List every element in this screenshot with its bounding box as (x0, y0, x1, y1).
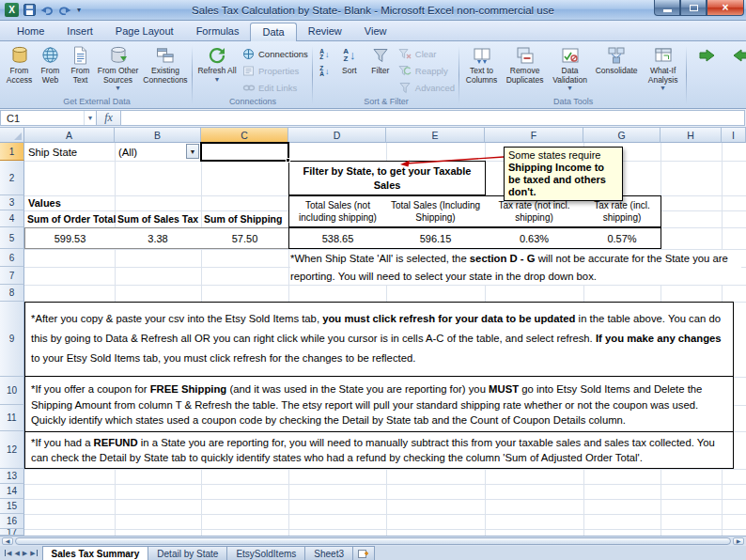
cell-b1[interactable]: (All) (118, 144, 137, 161)
tab-view[interactable]: View (353, 23, 398, 40)
cell-a5[interactable]: 599.53 (24, 227, 116, 249)
reapply-filter-button[interactable]: Reapply (396, 63, 457, 78)
undo-icon[interactable] (39, 3, 54, 18)
scroll-left-icon[interactable]: ◀ (2, 537, 13, 545)
formula-input[interactable] (121, 110, 745, 126)
row-header-15[interactable]: 15 (0, 499, 24, 514)
cell-a4[interactable]: Sum of Order Total (27, 211, 116, 227)
sheet-tab-sales-tax-summary[interactable]: Sales Tax Summary (42, 546, 149, 560)
from-other-sources-button[interactable]: From Other Sources ▼ (96, 43, 140, 96)
what-if-analysis-button[interactable]: What-If Analysis ▼ (642, 43, 684, 96)
row-header-4[interactable]: 4 (0, 210, 24, 227)
row-header-7[interactable]: 7 (0, 267, 24, 285)
properties-button[interactable]: Properties (240, 63, 310, 78)
cell-c5[interactable]: 57.50 (201, 227, 289, 249)
sort-za-button[interactable]: ZA↓ (316, 64, 334, 79)
active-cell-c1[interactable] (200, 142, 289, 162)
remove-duplicates-button[interactable]: Remove Duplicates (502, 43, 548, 96)
select-all-corner[interactable] (0, 128, 24, 143)
next-sheet-icon[interactable]: ▶ (23, 550, 27, 556)
row-header-11[interactable]: 11 (0, 405, 24, 431)
cell-b5[interactable]: 3.38 (115, 227, 202, 249)
refund-note-box[interactable]: *If you had a REFUND in a State you are … (24, 431, 734, 469)
column-header-C[interactable]: C (201, 128, 288, 143)
refresh-all-button[interactable]: Refresh All ▼ (195, 43, 239, 96)
coupon-note-box[interactable]: *If you offer a coupon for FREE Shipping… (24, 376, 734, 432)
name-box-dropdown-icon[interactable]: ▼ (84, 111, 96, 125)
scrollbar-thumb[interactable] (15, 537, 731, 545)
from-web-button[interactable]: From Web (36, 43, 65, 96)
row-header-14[interactable]: 14 (0, 484, 24, 499)
cell-e5[interactable]: 596.15 (386, 227, 486, 249)
row-header-6[interactable]: 6 (0, 249, 24, 267)
ship-state-filter-dropdown[interactable]: ▼ (186, 144, 199, 159)
edit-links-button[interactable]: Edit Links (240, 80, 310, 95)
maximize-button[interactable] (680, 0, 707, 16)
filter-button[interactable]: Filter (365, 43, 396, 96)
cell-e4[interactable]: Total Sales (Including Shipping) (386, 195, 486, 227)
state-selection-note[interactable]: *When Ship State 'All' is selected, the … (290, 250, 741, 285)
tab-data[interactable]: Data (250, 23, 296, 41)
column-header-H[interactable]: H (661, 128, 722, 143)
text-to-columns-button[interactable]: Text to Columns (462, 43, 501, 96)
tab-insert[interactable]: Insert (55, 23, 104, 40)
cell-c4[interactable]: Sum of Shipping (204, 211, 282, 227)
from-access-button[interactable]: From Access (4, 43, 35, 96)
clear-filter-button[interactable]: Clear (396, 46, 457, 61)
cell-f5[interactable]: 0.63% (485, 227, 584, 249)
save-icon[interactable] (22, 3, 37, 18)
column-header-B[interactable]: B (115, 128, 201, 143)
advanced-filter-button[interactable]: Advanced (396, 80, 457, 95)
row-header-17[interactable]: 17 (0, 529, 24, 536)
cell-d4[interactable]: Total Sales (not including shipping) (288, 195, 387, 227)
data-validation-button[interactable]: Data Validation ▼ (549, 43, 591, 96)
last-sheet-icon[interactable]: ▶ (30, 550, 37, 556)
row-header-3[interactable]: 3 (0, 195, 24, 210)
previous-sheet-icon[interactable]: ◀ (14, 550, 19, 556)
row-header-9[interactable]: 9 (0, 302, 24, 377)
row-header-12[interactable]: 12 (0, 431, 24, 469)
column-header-D[interactable]: D (288, 128, 386, 143)
column-header-I[interactable]: I (722, 128, 746, 143)
sort-button[interactable]: AZ↓ Sort (334, 43, 365, 96)
cell-a3[interactable]: Values (28, 196, 61, 210)
tab-page-layout[interactable]: Page Layout (104, 23, 185, 40)
column-header-G[interactable]: G (583, 128, 661, 143)
column-header-A[interactable]: A (24, 128, 115, 143)
qat-dropdown-icon[interactable]: ▾ (75, 6, 83, 14)
insert-function-button[interactable]: fx (97, 110, 121, 126)
tab-home[interactable]: Home (6, 23, 55, 40)
comment-box[interactable]: Some states require Shipping Income to b… (504, 147, 623, 201)
tab-review[interactable]: Review (297, 23, 353, 40)
sheet-tab-sheet3[interactable]: Sheet3 (304, 546, 353, 560)
cell-a1[interactable]: Ship State (28, 144, 77, 161)
sort-az-button[interactable]: AZ↓ (316, 47, 334, 62)
sheet-tab-detail-by-state[interactable]: Detail by State (148, 546, 227, 560)
first-sheet-icon[interactable]: ◀ (5, 550, 11, 556)
worksheet-grid[interactable]: Ship State (All) ▼ Filter by State, to g… (0, 128, 746, 536)
row-header-1[interactable]: 1 (0, 143, 24, 161)
cell-b4[interactable]: Sum of Sales Tax (117, 211, 198, 227)
redo-icon[interactable] (57, 3, 72, 18)
cell-g5[interactable]: 0.57% (583, 227, 661, 249)
minimize-button[interactable] (654, 0, 680, 16)
row-header-2[interactable]: 2 (0, 161, 24, 195)
row-header-8[interactable]: 8 (0, 285, 24, 302)
insert-worksheet-tab[interactable] (352, 546, 375, 560)
tab-formulas[interactable]: Formulas (185, 23, 251, 40)
row-header-5[interactable]: 5 (0, 227, 24, 249)
consolidate-button[interactable]: Consolidate (592, 43, 641, 96)
column-header-F[interactable]: F (485, 128, 583, 143)
scroll-right-icon[interactable]: ▶ (733, 537, 744, 545)
column-header-E[interactable]: E (386, 128, 485, 143)
row-header-13[interactable]: 13 (0, 469, 24, 484)
from-text-button[interactable]: From Text (66, 43, 95, 96)
fill-handle[interactable] (286, 158, 290, 163)
group-button[interactable] (690, 43, 723, 96)
ungroup-button[interactable] (724, 43, 746, 96)
refresh-note-box[interactable]: *After you copy & paste your csv into th… (24, 302, 734, 377)
row-header-10[interactable]: 10 (0, 377, 24, 405)
connections-button[interactable]: Connections (240, 46, 310, 61)
close-button[interactable]: × (707, 0, 744, 16)
row-header-16[interactable]: 16 (0, 514, 24, 529)
